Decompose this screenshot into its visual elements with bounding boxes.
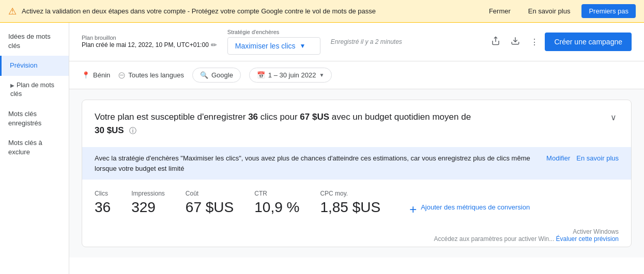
sidebar-item-plan[interactable]: ▶Plan de mots clés xyxy=(0,76,69,104)
location-label: Bénin xyxy=(93,71,110,79)
close-button[interactable]: Fermer xyxy=(483,4,517,18)
metric-impressions-label: Impressions xyxy=(131,190,165,197)
plan-info: Plan brouillon Plan créé le mai 12, 2022… xyxy=(82,35,217,49)
metric-cout-label: Coût xyxy=(186,190,234,197)
header-section: Plan brouillon Plan créé le mai 12, 2022… xyxy=(69,23,644,61)
metric-impressions: Impressions 329 xyxy=(131,190,165,216)
plan-date: Plan créé le mai 12, 2022, 10 PM, UTC+01… xyxy=(82,41,217,49)
metrics-row: Clics 36 Impressions 329 Coût 67 $US CTR… xyxy=(82,180,631,226)
watermark-sub: Accédez aux paramètres pour activer Win.… xyxy=(434,235,554,243)
network-icon: 🔍 xyxy=(200,71,208,79)
sidebar-item-ideas[interactable]: Idées de mots clés xyxy=(0,27,69,56)
info-icon[interactable]: ⓘ xyxy=(129,126,136,135)
share-button[interactable] xyxy=(487,32,504,52)
premiers-pas-button[interactable]: Premiers pas xyxy=(581,4,636,18)
modify-button[interactable]: Modifier xyxy=(546,154,570,162)
forecast-card: Votre plan est susceptible d'enregistrer… xyxy=(82,100,632,247)
add-metrics[interactable]: + Ajouter des métriques de conversion xyxy=(409,203,530,216)
metric-ctr-value: 10,9 % xyxy=(254,199,299,216)
network-filter[interactable]: 🔍 Google xyxy=(192,68,241,83)
date-range-label: 1 – 30 juin 2022 xyxy=(268,71,316,79)
saved-status: Enregistré il y a 2 minutes xyxy=(331,38,477,45)
warning-icon: ⚠ xyxy=(8,6,17,17)
info-box-text: Avec la stratégie d'enchères "Maximiser … xyxy=(95,153,540,173)
metric-ctr-label: CTR xyxy=(254,190,299,197)
metric-ctr: CTR 10,9 % xyxy=(254,190,299,216)
learn-more-button[interactable]: En savoir plus xyxy=(522,4,577,18)
metric-clics-value: 36 xyxy=(95,199,111,216)
learn-more-forecast-button[interactable]: En savoir plus xyxy=(576,154,619,162)
language-filter[interactable]: ㊀ Toutes les langues xyxy=(118,71,184,80)
main-content: Votre plan est susceptible d'enregistrer… xyxy=(69,89,644,257)
plan-label: Plan brouillon xyxy=(82,35,217,41)
content-area: Plan brouillon Plan créé le mai 12, 2022… xyxy=(69,23,644,274)
edit-icon[interactable]: ✏ xyxy=(211,41,217,49)
add-metrics-label[interactable]: Ajouter des métriques de conversion xyxy=(421,203,530,212)
watermark: Activer Windows Accédez aux paramètres p… xyxy=(82,226,631,247)
metric-cpc-label: CPC moy. xyxy=(320,190,380,197)
warning-text: Activez la validation en deux étapes dan… xyxy=(22,7,478,15)
metric-cpc: CPC moy. 1,85 $US xyxy=(320,190,380,216)
strategy-dropdown[interactable]: Maximiser les clics ▼ xyxy=(227,37,320,55)
chevron-down-icon: ▼ xyxy=(319,72,324,78)
metric-clics-label: Clics xyxy=(95,190,111,197)
strategy-label: Stratégie d'enchères xyxy=(227,29,320,35)
strategy-value: Maximiser les clics xyxy=(235,42,296,50)
chevron-down-icon: ▼ xyxy=(300,42,306,50)
network-label: Google xyxy=(211,71,233,79)
metric-cout: Coût 67 $US xyxy=(186,190,234,216)
date-filter[interactable]: 📅 1 – 30 juin 2022 ▼ xyxy=(249,68,332,83)
create-campaign-button[interactable]: Créer une campagne xyxy=(545,33,632,51)
metric-clics: Clics 36 xyxy=(95,190,111,216)
sidebar: Idées de mots clés Prévision ▶Plan de mo… xyxy=(0,23,69,274)
more-options-button[interactable]: ⋮ xyxy=(526,33,543,51)
language-icon: ㊀ xyxy=(118,71,125,80)
metric-cpc-value: 1,85 $US xyxy=(320,199,380,216)
location-filter[interactable]: 📍 Bénin xyxy=(82,71,110,79)
metric-impressions-value: 329 xyxy=(131,199,165,216)
calendar-icon: 📅 xyxy=(257,71,265,79)
warning-banner: ⚠ Activez la validation en deux étapes d… xyxy=(0,0,644,23)
main-layout: Idées de mots clés Prévision ▶Plan de mo… xyxy=(0,23,644,274)
language-label: Toutes les langues xyxy=(128,71,184,79)
info-box-actions: Modifier En savoir plus xyxy=(546,153,619,162)
info-box: Avec la stratégie d'enchères "Maximiser … xyxy=(82,147,631,180)
forecast-title: Votre plan est susceptible d'enregistrer… xyxy=(95,110,471,137)
watermark-text: Activer Windows xyxy=(573,228,619,235)
strategy-section: Stratégie d'enchères Maximiser les clics… xyxy=(227,29,320,55)
collapse-icon[interactable]: ∨ xyxy=(608,110,619,124)
sidebar-item-registered[interactable]: Mots clés enregistrés xyxy=(0,104,69,133)
download-button[interactable] xyxy=(507,32,524,52)
plus-icon: + xyxy=(409,203,417,216)
forecast-header: Votre plan est susceptible d'enregistrer… xyxy=(82,100,631,147)
location-icon: 📍 xyxy=(82,71,90,79)
sidebar-item-exclude[interactable]: Mots clés à exclure xyxy=(0,133,69,162)
sidebar-item-prevision[interactable]: Prévision xyxy=(0,56,69,75)
evaluate-link[interactable]: Évaluer cette prévision xyxy=(556,235,619,243)
header-actions: ⋮ Créer une campagne xyxy=(487,32,632,52)
arrow-icon: ▶ xyxy=(10,83,14,88)
metric-cout-value: 67 $US xyxy=(186,199,234,216)
filter-bar: 📍 Bénin ㊀ Toutes les langues 🔍 Google 📅 … xyxy=(69,61,644,89)
